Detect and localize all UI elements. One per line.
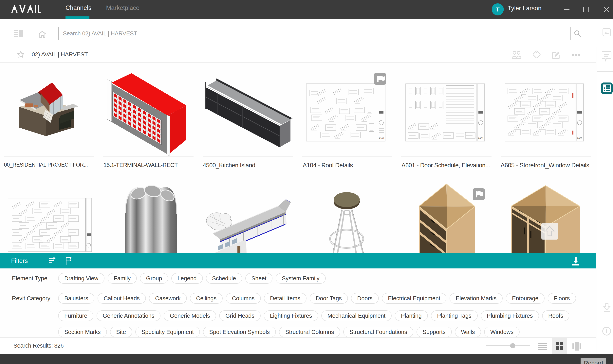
svg-text:A104: A104 xyxy=(378,137,384,140)
svg-text:A601: A601 xyxy=(478,137,483,140)
svg-text:A605: A605 xyxy=(577,137,582,140)
